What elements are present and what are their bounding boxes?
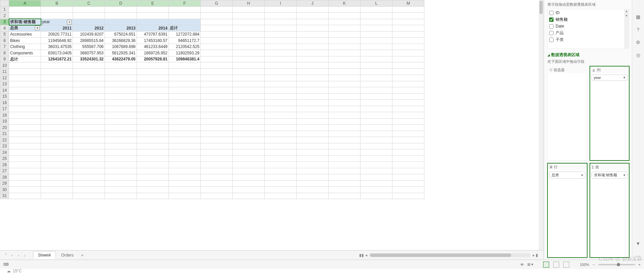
cell-G30[interactable] — [201, 187, 233, 193]
cell-B27[interactable] — [41, 168, 73, 174]
cell-L2[interactable] — [361, 13, 392, 19]
cell-F9[interactable]: 109846381.4 — [169, 56, 201, 62]
cell-D25[interactable] — [105, 155, 137, 162]
cell-C17[interactable] — [73, 106, 105, 112]
field-产品[interactable]: 产品 — [548, 30, 629, 36]
cell-B2[interactable] — [41, 13, 73, 19]
cell-C8[interactable]: 3880757.953 — [73, 50, 105, 56]
cell-J7[interactable] — [297, 44, 329, 50]
row-header-8[interactable]: 8 — [0, 50, 9, 56]
cell-L4[interactable] — [361, 25, 392, 32]
cell-K2[interactable] — [329, 13, 361, 19]
cell-D26[interactable] — [105, 162, 137, 168]
cell-C5[interactable]: 102439.8207 — [73, 31, 105, 38]
cell-C21[interactable] — [73, 131, 105, 137]
row-header-21[interactable]: 21 — [0, 131, 9, 137]
cell-K8[interactable] — [329, 50, 361, 56]
cell-L20[interactable] — [361, 125, 392, 131]
cell-H16[interactable] — [233, 100, 265, 106]
vertical-scrollbar[interactable] — [539, 0, 543, 250]
cell-B31[interactable] — [41, 193, 73, 199]
cell-F27[interactable] — [169, 168, 201, 174]
cell-F18[interactable] — [169, 112, 201, 119]
row-header-16[interactable]: 16 — [0, 100, 9, 106]
row-header-25[interactable]: 25 — [0, 155, 9, 162]
cell-G10[interactable] — [201, 62, 233, 69]
cell-M15[interactable] — [392, 93, 424, 100]
cell-F3[interactable] — [169, 19, 201, 25]
cell-A21[interactable] — [9, 131, 41, 137]
cell-B18[interactable] — [41, 112, 73, 119]
cell-L17[interactable] — [361, 106, 392, 112]
select-all-corner[interactable] — [0, 0, 9, 7]
cell-F23[interactable] — [169, 143, 201, 149]
cell-A18[interactable] — [9, 112, 41, 119]
cell-B21[interactable] — [41, 131, 73, 137]
cell-A4[interactable]: 总类▾ — [9, 25, 41, 32]
cell-D3[interactable] — [105, 19, 137, 25]
cell-D7[interactable]: 1067689.698 — [105, 44, 137, 50]
row-header-9[interactable]: 9 — [0, 56, 9, 62]
cell-H19[interactable] — [233, 118, 265, 125]
target-icon[interactable]: ◎ — [635, 52, 642, 58]
cell-I15[interactable] — [265, 93, 297, 100]
cell-G20[interactable] — [201, 125, 233, 131]
cell-K12[interactable] — [329, 75, 361, 81]
cell-A11[interactable] — [9, 69, 41, 75]
cell-L30[interactable] — [361, 187, 392, 193]
cell-L22[interactable] — [361, 137, 392, 143]
cell-C15[interactable] — [73, 93, 105, 100]
cell-I23[interactable] — [265, 143, 297, 149]
cell-F30[interactable] — [169, 187, 201, 193]
cell-E15[interactable] — [137, 93, 169, 100]
cell-B23[interactable] — [41, 143, 73, 149]
cell-E21[interactable] — [137, 131, 169, 137]
cell-K14[interactable] — [329, 87, 361, 94]
field-ID[interactable]: ID — [548, 9, 629, 16]
cell-A24[interactable] — [9, 149, 41, 156]
cell-D10[interactable] — [105, 62, 137, 69]
cell-I24[interactable] — [265, 149, 297, 156]
cell-K21[interactable] — [329, 131, 361, 137]
cell-J22[interactable] — [297, 137, 329, 143]
cell-H22[interactable] — [233, 137, 265, 143]
cell-M6[interactable] — [392, 38, 424, 44]
cell-M2[interactable] — [392, 13, 424, 19]
cell-K16[interactable] — [329, 100, 361, 106]
cell-H13[interactable] — [233, 81, 265, 87]
cell-D14[interactable] — [105, 87, 137, 94]
cell-M19[interactable] — [392, 118, 424, 125]
cell-G5[interactable] — [201, 31, 233, 38]
chevron-down-icon[interactable]: ▼ — [623, 174, 626, 177]
cell-A28[interactable] — [9, 174, 41, 181]
cell-D8[interactable]: 5612935.341 — [105, 50, 137, 56]
cell-B5[interactable]: 20820.77311 — [41, 31, 73, 38]
cell-L18[interactable] — [361, 112, 392, 119]
cell-I12[interactable] — [265, 75, 297, 81]
cell-A19[interactable] — [9, 118, 41, 125]
cell-E4[interactable]: 2014 — [137, 25, 169, 32]
cell-H4[interactable] — [233, 25, 265, 32]
cell-A31[interactable] — [9, 193, 41, 199]
cell-M23[interactable] — [392, 143, 424, 149]
cell-A3[interactable]: 求和项:销售额 — [9, 19, 41, 25]
row-header-11[interactable]: 11 — [0, 69, 9, 75]
cell-K20[interactable] — [329, 125, 361, 131]
cell-C29[interactable] — [73, 180, 105, 187]
col-header-A[interactable]: A — [9, 0, 41, 7]
cell-A7[interactable]: Clothing — [9, 44, 41, 50]
cell-D2[interactable] — [105, 13, 137, 19]
cell-D17[interactable] — [105, 106, 137, 112]
cell-L11[interactable] — [361, 69, 392, 75]
cell-A27[interactable] — [9, 168, 41, 174]
cell-K6[interactable] — [329, 38, 361, 44]
cell-G22[interactable] — [201, 137, 233, 143]
cell-I2[interactable] — [265, 13, 297, 19]
cell-K26[interactable] — [329, 162, 361, 168]
cell-L7[interactable] — [361, 44, 392, 50]
cell-C9[interactable]: 33524301.32 — [73, 56, 105, 62]
cell-F29[interactable] — [169, 180, 201, 187]
cell-G31[interactable] — [201, 193, 233, 199]
col-header-K[interactable]: K — [329, 0, 361, 7]
cell-L23[interactable] — [361, 143, 392, 149]
